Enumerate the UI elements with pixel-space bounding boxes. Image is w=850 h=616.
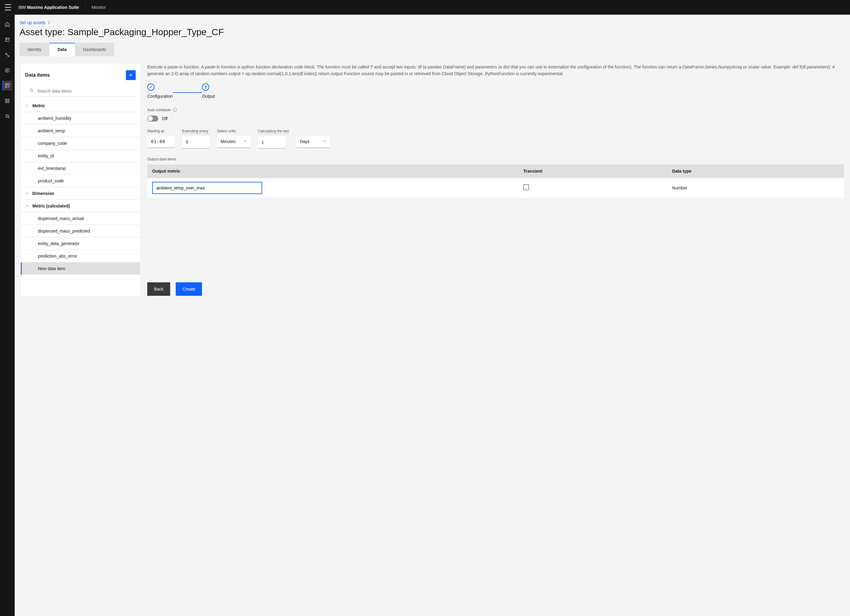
wizard-stepper: Configuration 2 Output	[147, 84, 844, 99]
step-number-icon: 2	[202, 84, 209, 91]
main-content: Set up assets / Asset type: Sample_Packa…	[15, 15, 850, 616]
step-connector	[173, 92, 202, 93]
svg-point-13	[30, 89, 33, 91]
output-data-items-label: Output data items	[147, 157, 844, 161]
svg-point-3	[5, 68, 9, 72]
function-description: Execute a paste-in function. A paste-in …	[147, 64, 844, 77]
table-row: Number	[147, 178, 844, 198]
list-item[interactable]: entity_data_generator	[21, 237, 140, 250]
select-units-dropdown[interactable]: Minutes	[217, 136, 250, 148]
starting-at-label: Starting at	[147, 129, 175, 133]
nav-assets-icon[interactable]	[3, 81, 12, 90]
chevron-down-icon	[322, 139, 326, 144]
left-nav	[0, 15, 15, 616]
data-items-panel: Data items + Metric ambient_humidity amb…	[21, 64, 140, 296]
schedule-row: Starting at Executing every Select units…	[147, 129, 844, 148]
auto-schedule-toggle[interactable]	[147, 115, 158, 122]
svg-point-12	[8, 115, 9, 116]
breadcrumb-sep: /	[49, 20, 50, 25]
svg-rect-0	[6, 38, 9, 42]
group-metric[interactable]: Metric	[21, 100, 140, 112]
nav-tag-icon[interactable]	[3, 50, 12, 60]
list-item[interactable]: prediction_abs_error	[21, 250, 140, 262]
check-icon	[147, 84, 155, 91]
svg-rect-7	[6, 99, 7, 100]
tab-data[interactable]: Data	[49, 43, 75, 56]
calculating-last-input[interactable]	[258, 136, 285, 148]
calc-units-label	[296, 129, 330, 133]
back-button[interactable]: Back	[147, 283, 170, 296]
col-transient: Transient	[518, 164, 667, 178]
breadcrumb-link[interactable]: Set up assets	[19, 20, 45, 25]
executing-every-input[interactable]	[182, 136, 210, 148]
brand: IBM Maximo Application Suite	[18, 5, 79, 10]
step-output[interactable]: 2 Output	[202, 84, 215, 99]
group-label: Metric	[32, 103, 45, 108]
nav-users-icon[interactable]	[3, 111, 12, 121]
nav-data-icon[interactable]	[3, 35, 12, 45]
starting-at-input[interactable]	[147, 136, 175, 148]
data-items-title: Data items	[25, 72, 50, 78]
list-item[interactable]: company_code	[21, 137, 140, 150]
svg-rect-5	[8, 84, 9, 85]
nav-apps-icon[interactable]	[3, 96, 12, 106]
list-item[interactable]: dispensed_mass_predicted	[21, 224, 140, 237]
svg-rect-6	[5, 86, 7, 88]
tab-identity[interactable]: Identity	[19, 43, 49, 56]
output-table: Output metric Transient Data type Number	[147, 164, 844, 198]
group-label: Dimension	[32, 191, 54, 196]
select-units-label: Select units	[217, 129, 250, 133]
toggle-state-label: Off	[162, 116, 168, 121]
chevron-down-icon	[25, 191, 29, 196]
list-item[interactable]: product_code	[21, 175, 140, 187]
tab-dashboards[interactable]: Dashboards	[75, 43, 115, 56]
calculating-last-label: Calculating the last	[258, 129, 289, 134]
search-icon	[29, 88, 34, 94]
list-item-selected[interactable]: New data item	[21, 262, 140, 275]
executing-every-label: Executing every	[182, 129, 210, 134]
create-button[interactable]: Create	[176, 283, 202, 296]
menu-toggle-icon[interactable]	[5, 4, 11, 10]
svg-point-11	[6, 115, 7, 116]
svg-rect-4	[5, 84, 7, 85]
tabs: Identity Data Dashboards	[19, 43, 845, 56]
output-metric-input[interactable]	[152, 182, 262, 194]
list-item[interactable]: ambient_humidity	[21, 112, 140, 124]
transient-checkbox[interactable]	[524, 185, 529, 190]
chevron-up-icon	[25, 204, 29, 208]
chevron-down-icon	[243, 139, 247, 144]
data-items-tree: Metric ambient_humidity ambient_temp com…	[21, 100, 140, 275]
calc-units-dropdown[interactable]: Days	[296, 136, 330, 148]
group-dimension[interactable]: Dimension	[21, 187, 140, 200]
info-icon[interactable]	[172, 107, 177, 113]
col-data-type: Data type	[667, 164, 844, 178]
svg-rect-10	[8, 102, 9, 103]
svg-rect-8	[8, 99, 9, 100]
list-item[interactable]: evt_timestamp	[21, 162, 140, 175]
list-item[interactable]: entity_id	[21, 150, 140, 162]
add-data-item-button[interactable]: +	[126, 70, 136, 80]
list-item[interactable]: ambient_temp	[21, 124, 140, 137]
group-metric-calculated[interactable]: Metric (calculated)	[21, 200, 140, 212]
col-output-metric: Output metric	[147, 164, 518, 178]
search-input[interactable]	[37, 88, 132, 94]
nav-home-icon[interactable]	[3, 19, 12, 29]
configuration-panel: Execute a paste-in function. A paste-in …	[147, 64, 844, 296]
global-header: IBM Maximo Application Suite Monitor	[0, 0, 850, 15]
auto-schedule-label: Auto schedule	[147, 107, 844, 113]
step-configuration[interactable]: Configuration	[147, 84, 173, 99]
header-section[interactable]: Monitor	[92, 5, 106, 10]
nav-explore-icon[interactable]	[3, 66, 12, 75]
chevron-up-icon	[25, 103, 29, 108]
breadcrumb: Set up assets /	[19, 20, 845, 25]
page-title: Asset type: Sample_Packaging_Hopper_Type…	[19, 27, 845, 37]
wizard-footer: Back Create	[147, 270, 844, 296]
list-item[interactable]: dispensed_mass_actual	[21, 212, 140, 224]
data-type-value: Number	[672, 185, 687, 190]
header-divider	[85, 4, 85, 11]
search-input-wrapper[interactable]	[25, 85, 136, 97]
svg-rect-9	[6, 102, 7, 103]
group-label: Metric (calculated)	[32, 203, 70, 208]
